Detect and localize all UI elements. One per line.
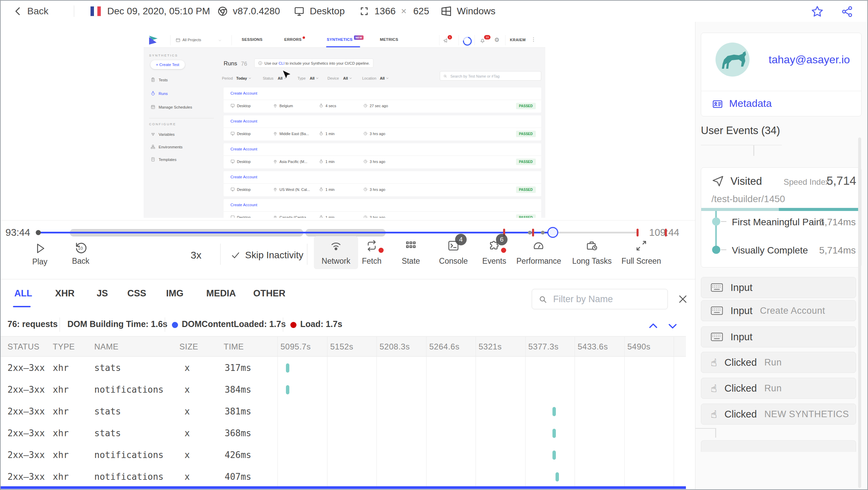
- event-connector: [695, 428, 715, 429]
- filter-value-device[interactable]: All: [343, 76, 352, 80]
- cell-name: notifications: [94, 450, 164, 460]
- column-header-status[interactable]: STATUS: [7, 342, 39, 352]
- filter-by-name-input[interactable]: [552, 291, 663, 308]
- announcements-badge: 1: [448, 35, 452, 39]
- metadata-button[interactable]: Metadata: [729, 98, 772, 109]
- network-scrollbar[interactable]: [1, 486, 686, 489]
- sidebar-item-runs[interactable]: Runs: [150, 91, 168, 96]
- back-chevron-icon[interactable]: [13, 6, 23, 16]
- create-test-button[interactable]: + Create Test: [150, 60, 185, 69]
- panel-button-long-tasks[interactable]: Long Tasks: [570, 239, 614, 266]
- test-search-box[interactable]: [440, 71, 541, 81]
- user-event-card[interactable]: ☝ClickedNEW SYNTHETICS: [701, 404, 856, 425]
- user-event-card[interactable]: ☝ClickedRun: [701, 378, 856, 399]
- network-row[interactable]: 2xx–3xxxhrstatsx317ms: [1, 357, 686, 379]
- run-card[interactable]: Create AccountDesktopCanada (Centra...1 …: [224, 199, 541, 218]
- filter-value-type[interactable]: All: [310, 76, 319, 80]
- visited-event-card[interactable]: Visited Speed Index 5,714 /test-builder/…: [701, 167, 862, 267]
- user-menu[interactable]: KRAIEM: [510, 38, 526, 42]
- settings-gear-icon[interactable]: ⚙: [494, 36, 499, 43]
- jump-down-icon[interactable]: [666, 320, 679, 332]
- divider: [74, 5, 74, 17]
- back-button[interactable]: Back: [27, 6, 48, 17]
- network-row[interactable]: 2xx–3xxxhrnotificationsx384ms: [1, 379, 686, 401]
- run-status-badge: PASSED: [516, 214, 536, 218]
- network-tab-css[interactable]: CSS: [127, 288, 146, 299]
- network-row[interactable]: 2xx–3xxxhrnotificationsx426ms: [1, 444, 686, 466]
- network-tab-js[interactable]: JS: [97, 288, 108, 299]
- network-row[interactable]: 2xx–3xxxhrnotificationsx407ms: [1, 466, 686, 488]
- run-test-name[interactable]: Create Account: [230, 119, 257, 123]
- sidebar-item-environments[interactable]: Environments: [150, 144, 182, 149]
- network-tab-media[interactable]: MEDIA: [206, 288, 236, 299]
- event-connector: [753, 145, 754, 156]
- run-card[interactable]: Create AccountDesktopUS West (N. Cal...1…: [224, 171, 541, 196]
- sidebar-item-variables[interactable]: Variables: [150, 132, 175, 137]
- network-tab-other[interactable]: OTHER: [253, 288, 286, 299]
- network-tab-xhr[interactable]: XHR: [55, 288, 75, 299]
- chevron-down-icon[interactable]: [218, 38, 222, 43]
- cli-banner: Use our CLI to include your Synthetics i…: [254, 59, 373, 68]
- sidebar-scrollbar[interactable]: [858, 137, 861, 488]
- panel-button-performance[interactable]: Performance: [516, 239, 561, 266]
- jump-up-icon[interactable]: [647, 320, 660, 332]
- column-header-time[interactable]: TIME: [224, 342, 244, 352]
- sidebar-item-templates[interactable]: Templates: [150, 157, 176, 162]
- sidebar-item-tests[interactable]: Tests: [150, 77, 168, 82]
- run-card[interactable]: Create AccountDesktopAsia Pacific (M...1…: [224, 143, 541, 168]
- user-event-card[interactable]: Input: [701, 326, 856, 347]
- back-10s-button[interactable]: 10 Back: [69, 241, 93, 266]
- project-selector[interactable]: All Projects: [182, 38, 201, 42]
- column-header-size[interactable]: SIZE: [179, 342, 198, 352]
- favorite-star-icon[interactable]: [811, 5, 824, 18]
- test-search-input[interactable]: [450, 72, 540, 81]
- network-row[interactable]: 2xx–3xxxhrstatsx368ms: [1, 422, 686, 444]
- network-tab-all[interactable]: ALL: [14, 288, 32, 299]
- column-header-type[interactable]: TYPE: [53, 342, 75, 352]
- filter-value-location[interactable]: All: [380, 76, 389, 80]
- app-tab-metrics[interactable]: METRICS: [380, 37, 398, 42]
- panel-button-full-screen[interactable]: Full Screen: [619, 239, 663, 266]
- app-tab-sessions[interactable]: SESSIONS: [242, 37, 262, 42]
- close-panel-icon[interactable]: [677, 294, 688, 305]
- network-row[interactable]: 2xx–3xxxhrstatsx381ms: [1, 401, 686, 422]
- run-card[interactable]: Create AccountDesktopMiddle East (Ba...1…: [224, 115, 541, 141]
- timeline-dot-marker: [528, 231, 532, 234]
- run-card[interactable]: Create AccountDesktopBelgium4 secs27 sec…: [224, 87, 541, 113]
- panel-button-events[interactable]: 6Events: [472, 239, 516, 266]
- user-event-card[interactable]: Input: [701, 277, 856, 298]
- network-tab-img[interactable]: IMG: [166, 288, 183, 299]
- run-location: Belgium: [273, 103, 293, 108]
- filter-box[interactable]: [532, 289, 668, 309]
- time-column-header: 5433.6s: [578, 342, 608, 352]
- filter-value-period[interactable]: Today: [236, 76, 252, 80]
- share-icon[interactable]: [841, 5, 854, 18]
- waterfall-bar: [552, 451, 556, 460]
- user-email[interactable]: tahay@asayer.io: [769, 53, 850, 66]
- column-header-name[interactable]: NAME: [94, 342, 118, 352]
- clock-icon: [363, 159, 368, 164]
- timeline-event-marker[interactable]: [637, 229, 639, 236]
- run-test-name[interactable]: Create Account: [230, 175, 257, 179]
- timeline-dot-marker: [541, 231, 545, 234]
- sidebar-item-manage-schedules[interactable]: Manage Schedules: [150, 104, 192, 110]
- skip-inactivity-toggle[interactable]: Skip Inactivity: [231, 250, 303, 261]
- cell-name: stats: [94, 428, 121, 438]
- panel-button-console[interactable]: 4Console: [431, 239, 476, 266]
- user-event-card[interactable]: ☝ClickedRun: [701, 352, 856, 373]
- panel-button-state[interactable]: State: [389, 239, 433, 266]
- run-test-name[interactable]: Create Account: [230, 147, 257, 151]
- app-tab-errors[interactable]: ERRORS: [284, 37, 302, 42]
- run-test-name[interactable]: Create Account: [230, 91, 257, 95]
- app-tab-synthetics[interactable]: SYNTHETICSNEW: [327, 37, 353, 42]
- user-event-card[interactable]: InputCreate Account: [701, 300, 856, 321]
- run-duration: 1 min: [319, 187, 335, 192]
- timeline-event-marker[interactable]: [532, 229, 534, 236]
- speed-button[interactable]: 3x: [191, 249, 202, 261]
- playhead-handle[interactable]: [547, 227, 558, 238]
- run-test-name[interactable]: Create Account: [230, 203, 257, 207]
- panel-button-fetch[interactable]: Fetch: [350, 239, 394, 266]
- cli-link[interactable]: CLI: [279, 61, 285, 65]
- kebab-menu-icon[interactable]: ⋮: [531, 36, 536, 43]
- play-button[interactable]: Play: [28, 242, 52, 266]
